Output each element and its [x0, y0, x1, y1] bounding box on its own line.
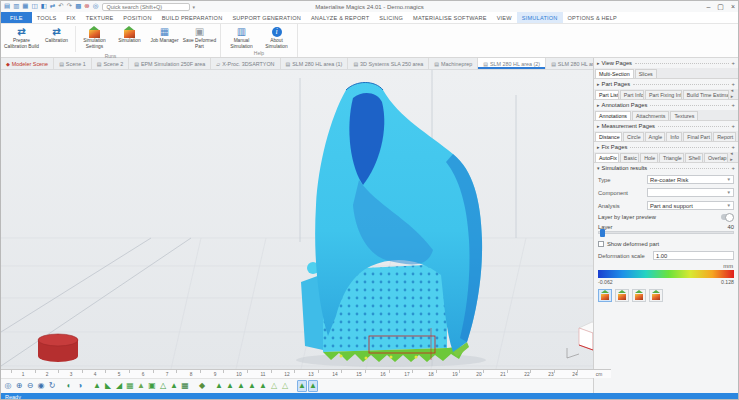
quick-access-icon[interactable]: ▩ [75, 3, 81, 10]
simulation-settings-button[interactable]: Simulation Settings [77, 25, 112, 49]
toolbar-icon[interactable] [208, 380, 213, 392]
section-header[interactable]: ▸ View Pages + [594, 58, 738, 68]
simulation-button[interactable]: Simulation [112, 25, 147, 44]
ribbon-tab[interactable]: MATERIALISE SOFTWARE [408, 12, 492, 23]
search-input[interactable] [102, 3, 190, 11]
add-icon[interactable]: + [732, 144, 735, 150]
quick-access-icon[interactable]: ◫ [31, 3, 37, 10]
add-icon[interactable]: + [732, 123, 735, 129]
toolbar-icon[interactable]: ▲ [136, 380, 146, 392]
slider-thumb[interactable] [600, 229, 605, 237]
scene-tab[interactable]: ▤ SLM 280 HL area (2) [478, 58, 546, 69]
toolbar-icon[interactable] [191, 380, 196, 392]
toolbar-icon[interactable]: ⊖ [25, 380, 35, 392]
window-control-button[interactable]: – [706, 3, 710, 10]
toolbar-icon[interactable]: ▲ [258, 380, 268, 392]
result-cube-button[interactable] [598, 289, 612, 302]
deformation-scale-input[interactable] [653, 251, 734, 260]
quick-access-icon[interactable]: ▦ [22, 3, 28, 10]
ribbon-tab[interactable]: FIX [62, 12, 81, 23]
toolbar-icon[interactable]: △ [158, 380, 168, 392]
analysis-dropdown[interactable]: Part and support ▼ [647, 201, 734, 210]
ribbon-tab[interactable]: TOOLS [32, 12, 62, 23]
panel-tab[interactable]: Distance [595, 132, 622, 141]
tab-scroll-arrows[interactable]: ◂ ▸ [730, 89, 737, 99]
panel-tab[interactable]: Slices [635, 69, 657, 78]
layer-preview-toggle[interactable] [721, 214, 734, 220]
panel-tab[interactable]: Triangle [659, 153, 684, 162]
chevron-down-icon[interactable]: ▾ [192, 4, 195, 10]
toolbar-icon[interactable]: △ [269, 380, 279, 392]
job-manager-button[interactable]: Job Manager [147, 25, 182, 44]
calibration-coupon[interactable] [38, 334, 78, 362]
ribbon-tab[interactable]: SIMULATION [517, 12, 563, 23]
panel-tab[interactable]: Build Time Estimation [683, 90, 729, 99]
toolbar-icon[interactable]: ▲ [169, 380, 179, 392]
toolbar-icon[interactable]: ▲ [297, 380, 307, 392]
view-cube[interactable] [567, 322, 593, 358]
scene-tab[interactable]: ▤ Machineprep [429, 58, 478, 69]
add-icon[interactable]: + [732, 165, 735, 171]
save-deformed-part-button[interactable]: Save Deformed Part [182, 25, 217, 49]
toolbar-icon[interactable]: ▲ [225, 380, 235, 392]
panel-tab[interactable]: AutoFix [595, 153, 619, 162]
toolbar-icon[interactable]: ▲ [247, 380, 257, 392]
add-icon[interactable]: + [732, 102, 735, 108]
panel-tab[interactable]: Final Part [683, 132, 712, 141]
panel-tab[interactable]: Part List [595, 90, 619, 99]
scene-tab[interactable]: ▤ SLM 280 HL area (3) [546, 58, 593, 69]
add-icon[interactable]: + [732, 60, 735, 66]
result-cube-button[interactable] [615, 289, 629, 302]
ribbon-tab[interactable]: OPTIONS & HELP [563, 12, 622, 23]
toolbar-icon[interactable]: ▦ [180, 380, 190, 392]
toolbar-icon[interactable]: △ [280, 380, 290, 392]
layer-slider[interactable] [598, 231, 734, 234]
viewport-3d[interactable] [1, 70, 593, 369]
ribbon-tab[interactable]: SUPPORT GENERATION [227, 12, 306, 23]
panel-tab[interactable]: Annotations [595, 111, 631, 120]
add-icon[interactable]: + [732, 81, 735, 87]
window-control-button[interactable]: ▢ [717, 3, 724, 10]
panel-tab[interactable]: Textures [670, 111, 698, 120]
scene-tab[interactable]: ▤ SLM 280 HL area (1) [281, 58, 349, 69]
ribbon-tab[interactable]: BUILD PREPARATION [157, 12, 228, 23]
panel-tab[interactable]: Part Fixing Info [645, 90, 682, 99]
about-simulation-button[interactable]: About Simulation [259, 25, 294, 49]
toolbar-icon[interactable] [58, 380, 63, 392]
quick-access-icon[interactable]: ⊗ [84, 3, 89, 10]
panel-tab[interactable]: Angle [645, 132, 666, 141]
component-dropdown[interactable]: ▼ [647, 188, 734, 197]
viewport-canvas[interactable] [1, 70, 593, 369]
quick-access-icon[interactable]: ◧ [41, 3, 47, 10]
toolbar-icon[interactable]: ▲ [236, 380, 246, 392]
ribbon-tab[interactable]: POSITION [118, 12, 156, 23]
ribbon-tab[interactable]: SLICING [374, 12, 408, 23]
toolbar-icon[interactable]: ▲ [214, 380, 224, 392]
panel-tab[interactable]: Report [713, 132, 736, 141]
scene-tab[interactable]: ▤ Scene 1 [54, 58, 92, 69]
panel-tab[interactable]: Info [666, 132, 682, 141]
panel-tab[interactable]: Basic [620, 153, 639, 162]
scene-tab[interactable]: ▱ X-Proc. 3DSARTYON [211, 58, 280, 69]
toolbar-icon[interactable]: ◉ [36, 380, 46, 392]
toolbar-icon[interactable]: ↻ [47, 380, 57, 392]
section-header[interactable]: ▸ Annotation Pages + [594, 100, 738, 110]
quick-access-icon[interactable]: ↶ [58, 3, 63, 10]
toolbar-icon[interactable] [291, 380, 296, 392]
tab-scroll-arrows[interactable]: ◂ ▸ [729, 152, 737, 162]
manual-simulation-button[interactable]: Manual Simulation [224, 25, 259, 49]
quick-access-icon[interactable]: ▥ [13, 3, 19, 10]
panel-tab[interactable]: Multi-Section [595, 69, 634, 78]
quick-access-icon[interactable]: ◎ [93, 3, 99, 10]
toolbar-icon[interactable]: ◑ [75, 380, 85, 392]
quick-access-icon[interactable]: ⇄ [50, 3, 55, 10]
scene-tab[interactable]: ▤ Scene 2 [92, 58, 130, 69]
toolbar-icon[interactable]: ◣ [103, 380, 113, 392]
toolbar-icon[interactable]: ⊕ [14, 380, 24, 392]
prepare-calibration-build-button[interactable]: Prepare Calibration Build [4, 25, 39, 49]
section-header[interactable]: ▸ Part Pages + [594, 79, 738, 89]
toolbar-icon[interactable]: ◐ [64, 380, 74, 392]
quick-access-icon[interactable]: ▤ [4, 3, 10, 10]
ribbon-tab[interactable]: VIEW [492, 12, 517, 23]
quick-access-icon[interactable]: ↷ [67, 3, 72, 10]
